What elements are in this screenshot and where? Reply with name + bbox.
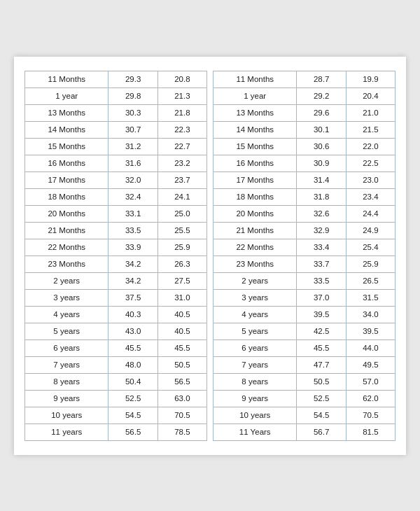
val2-cell: 21.5 — [346, 121, 395, 138]
val1-cell: 40.3 — [108, 306, 158, 323]
val2-cell: 26.5 — [346, 272, 395, 289]
age-cell: 9 years — [25, 390, 108, 407]
val1-cell: 32.0 — [108, 172, 158, 188]
val1-cell: 30.1 — [297, 121, 346, 138]
table-row: 14 Months30.121.5 — [214, 121, 396, 138]
age-cell: 15 Months — [25, 138, 108, 155]
table-row: 17 Months31.423.0 — [214, 172, 396, 188]
val1-cell: 28.7 — [297, 71, 346, 88]
val1-cell: 37.5 — [108, 289, 158, 306]
table-row: 11 years56.578.5 — [25, 424, 207, 440]
val2-cell: 25.9 — [346, 255, 395, 272]
val1-cell: 32.4 — [108, 188, 158, 205]
age-cell: 18 Months — [25, 188, 108, 205]
table-row: 17 Months32.023.7 — [25, 172, 207, 188]
val2-cell: 23.2 — [158, 155, 206, 172]
age-cell: 6 years — [25, 340, 108, 356]
val2-cell: 24.1 — [158, 188, 206, 205]
table-row: 8 years50.456.5 — [25, 373, 207, 390]
val2-cell: 21.0 — [346, 104, 395, 121]
val2-cell: 31.5 — [346, 289, 395, 306]
val2-cell: 78.5 — [158, 424, 206, 440]
age-cell: 16 Months — [25, 155, 108, 172]
val1-cell: 31.4 — [297, 172, 346, 188]
val2-cell: 62.0 — [346, 390, 395, 407]
val2-cell: 40.5 — [158, 306, 206, 323]
val2-cell: 49.5 — [346, 356, 395, 373]
val1-cell: 29.6 — [297, 104, 346, 121]
table-row: 16 Months31.623.2 — [25, 155, 207, 172]
table-left: 11 Months29.320.81 year29.821.313 Months… — [24, 71, 207, 441]
table-row: 11 Years56.781.5 — [214, 424, 396, 440]
table-row: 4 years39.534.0 — [214, 306, 396, 323]
val1-cell: 32.9 — [297, 222, 346, 239]
age-cell: 22 Months — [25, 239, 108, 255]
val2-cell: 25.0 — [158, 205, 206, 222]
age-cell: 11 years — [25, 424, 108, 440]
val1-cell: 31.8 — [297, 188, 346, 205]
val1-cell: 33.5 — [297, 272, 346, 289]
val1-cell: 33.7 — [297, 255, 346, 272]
val2-cell: 21.8 — [158, 104, 206, 121]
age-cell: 3 years — [214, 289, 297, 306]
val1-cell: 54.5 — [108, 407, 158, 424]
val2-cell: 22.5 — [346, 155, 395, 172]
table-row: 15 Months30.622.0 — [214, 138, 396, 155]
val1-cell: 33.9 — [108, 239, 158, 255]
table-row: 6 years45.544.0 — [214, 340, 396, 356]
val1-cell: 32.6 — [297, 205, 346, 222]
age-cell: 16 Months — [214, 155, 297, 172]
table-row: 7 years48.050.5 — [25, 356, 207, 373]
val2-cell: 70.5 — [346, 407, 395, 424]
table-row: 20 Months32.624.4 — [214, 205, 396, 222]
age-cell: 21 Months — [25, 222, 108, 239]
table-right: 11 Months28.719.91 year29.220.413 Months… — [213, 71, 396, 441]
val2-cell: 25.5 — [158, 222, 206, 239]
table-row: 6 years45.545.5 — [25, 340, 207, 356]
val2-cell: 70.5 — [158, 407, 206, 424]
val1-cell: 31.2 — [108, 138, 158, 155]
age-cell: 18 Months — [214, 188, 297, 205]
val1-cell: 33.1 — [108, 205, 158, 222]
age-cell: 7 years — [25, 356, 108, 373]
table-row: 14 Months30.722.3 — [25, 121, 207, 138]
table-row: 5 years43.040.5 — [25, 323, 207, 340]
val1-cell: 30.3 — [108, 104, 158, 121]
val2-cell: 56.5 — [158, 373, 206, 390]
val2-cell: 22.7 — [158, 138, 206, 155]
table-row: 3 years37.031.5 — [214, 289, 396, 306]
table-row: 22 Months33.425.4 — [214, 239, 396, 255]
table-row: 11 Months28.719.9 — [214, 71, 396, 88]
table-row: 23 Months33.725.9 — [214, 255, 396, 272]
val2-cell: 24.9 — [346, 222, 395, 239]
age-cell: 11 Years — [214, 424, 297, 440]
val1-cell: 56.7 — [297, 424, 346, 440]
val2-cell: 25.4 — [346, 239, 395, 255]
table-row: 11 Months29.320.8 — [25, 71, 207, 88]
table-row: 16 Months30.922.5 — [214, 155, 396, 172]
table-row: 13 Months30.321.8 — [25, 104, 207, 121]
val2-cell: 50.5 — [158, 356, 206, 373]
table-row: 4 years40.340.5 — [25, 306, 207, 323]
page: 11 Months29.320.81 year29.821.313 Months… — [14, 57, 406, 455]
table-row: 1 year29.821.3 — [25, 88, 207, 104]
val2-cell: 44.0 — [346, 340, 395, 356]
age-cell: 8 years — [25, 373, 108, 390]
age-cell: 10 years — [214, 407, 297, 424]
age-cell: 1 year — [25, 88, 108, 104]
val1-cell: 52.5 — [108, 390, 158, 407]
age-cell: 14 Months — [25, 121, 108, 138]
table-row: 18 Months32.424.1 — [25, 188, 207, 205]
age-cell: 22 Months — [214, 239, 297, 255]
val1-cell: 39.5 — [297, 306, 346, 323]
table-row: 3 years37.531.0 — [25, 289, 207, 306]
val2-cell: 23.7 — [158, 172, 206, 188]
val2-cell: 34.0 — [346, 306, 395, 323]
val1-cell: 30.7 — [108, 121, 158, 138]
val2-cell: 23.4 — [346, 188, 395, 205]
table-row: 9 years52.563.0 — [25, 390, 207, 407]
val1-cell: 48.0 — [108, 356, 158, 373]
age-cell: 2 years — [214, 272, 297, 289]
val1-cell: 29.8 — [108, 88, 158, 104]
val2-cell: 26.3 — [158, 255, 206, 272]
